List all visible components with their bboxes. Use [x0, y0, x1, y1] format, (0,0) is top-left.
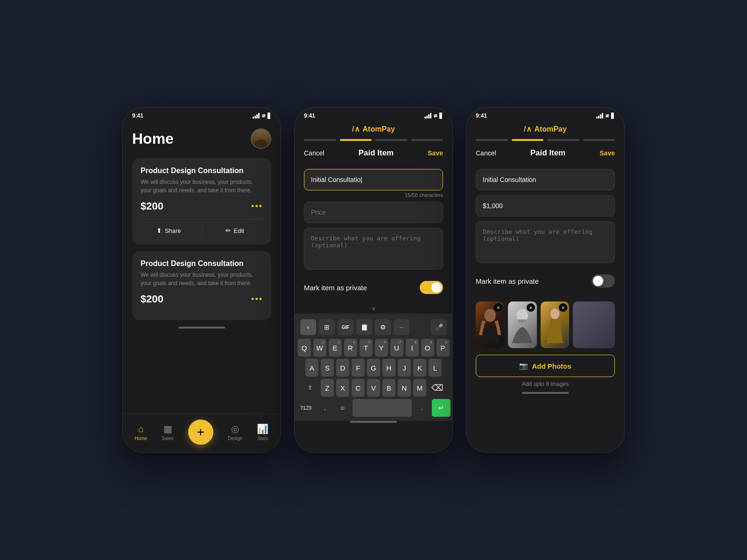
kb-delete[interactable]: ⌫ — [429, 379, 445, 397]
desc-input-2[interactable] — [304, 228, 443, 270]
kb-shift[interactable]: ⇧ — [302, 379, 318, 397]
nav-sales[interactable]: ▦ Sales — [162, 423, 174, 441]
card-title-1: Product Design Consultation — [141, 167, 263, 175]
kb-t[interactable]: T5 — [359, 339, 373, 357]
wifi-icon-3: ≇ — [605, 113, 609, 119]
item-name-input-3[interactable] — [476, 169, 615, 190]
nav-pill-3-1 — [476, 139, 508, 141]
cancel-button-2[interactable]: Cancel — [304, 149, 324, 157]
kb-r[interactable]: R4 — [344, 339, 357, 357]
kb-clipboard-btn[interactable]: 📋 — [356, 319, 372, 335]
kb-y[interactable]: Y6 — [375, 339, 388, 357]
kb-l[interactable]: L — [429, 359, 442, 377]
card-actions-1: ⬆ Share ✏ Edit — [141, 219, 263, 236]
card-price-2: $200 — [141, 293, 163, 305]
photo-close-2[interactable]: ✕ — [527, 303, 535, 312]
battery-icon-1: ▋ — [268, 113, 271, 119]
kb-o[interactable]: O9 — [421, 339, 434, 357]
avatar[interactable] — [251, 128, 271, 149]
private-toggle-2[interactable] — [420, 281, 443, 294]
private-toggle-3[interactable] — [592, 274, 615, 287]
save-button-2[interactable]: Save — [428, 149, 443, 157]
kb-d[interactable]: D — [336, 359, 349, 377]
price-input-3[interactable] — [476, 195, 615, 217]
kb-m[interactable]: M — [413, 379, 426, 397]
kb-f[interactable]: F — [352, 359, 365, 377]
kb-settings-btn[interactable]: ⚙ — [375, 319, 391, 335]
kb-h[interactable]: H — [382, 359, 395, 377]
kb-c[interactable]: C — [352, 379, 365, 397]
nav-design[interactable]: ◎ Design — [228, 423, 242, 441]
fab-add-button[interactable]: + — [188, 420, 213, 445]
kb-emoji[interactable]: ☺ — [335, 399, 351, 417]
kb-more-btn[interactable]: ··· — [394, 319, 409, 335]
edit-button-1[interactable]: ✏ Edit — [207, 225, 263, 236]
kb-u[interactable]: U7 — [390, 339, 403, 357]
svg-point-3 — [550, 308, 559, 319]
avatar-image — [252, 129, 270, 148]
nav-home[interactable]: ⌂ Home — [135, 424, 148, 441]
nav-sales-label: Sales — [162, 436, 174, 441]
photo-thumb-3: ✕ — [541, 301, 569, 348]
kb-v[interactable]: V — [367, 379, 380, 397]
home-title: Home — [132, 130, 174, 147]
edit-icon-1: ✏ — [226, 227, 231, 234]
nav-pill-3-2 — [512, 139, 544, 141]
desc-input-3[interactable] — [476, 221, 615, 263]
photo-thumb-1: ✕ — [476, 301, 504, 348]
nav-pills-2 — [295, 135, 452, 145]
kb-s[interactable]: S — [321, 359, 334, 377]
share-label-1: Share — [165, 227, 181, 234]
kb-back-btn[interactable]: ‹ — [300, 319, 316, 335]
product-card-1: Product Design Consultation We will disc… — [132, 158, 271, 245]
kb-g[interactable]: G — [367, 359, 380, 377]
cancel-button-3[interactable]: Cancel — [476, 149, 496, 157]
add-photos-button[interactable]: 📷 Add Photos — [476, 355, 615, 377]
photo-thumb-4 — [573, 301, 615, 348]
kb-numswitch[interactable]: ?123 — [296, 399, 315, 417]
photo-close-3[interactable]: ✕ — [559, 303, 567, 312]
kb-z[interactable]: Z — [321, 379, 334, 397]
status-time-1: 9:41 — [132, 112, 143, 119]
kb-q[interactable]: Q — [298, 339, 311, 357]
private-label-2: Mark item as private — [304, 284, 367, 292]
kb-e[interactable]: E3 — [329, 339, 342, 357]
share-button-1[interactable]: ⬆ Share — [141, 225, 197, 236]
kb-w[interactable]: W2 — [313, 339, 326, 357]
nav-stats[interactable]: 📊 Stats — [257, 423, 268, 441]
fab-icon: + — [197, 425, 204, 440]
kb-x[interactable]: X — [336, 379, 349, 397]
home-indicator-3 — [522, 392, 569, 394]
nav-pill-1 — [304, 139, 336, 141]
kb-n[interactable]: N — [398, 379, 411, 397]
item-name-input-2[interactable] — [304, 169, 443, 190]
kb-b[interactable]: B — [382, 379, 395, 397]
brand-name-2: AtomPay — [363, 125, 395, 133]
app-brand-3: /∧ AtomPay — [466, 121, 624, 135]
price-input-2[interactable] — [304, 202, 443, 223]
kb-space[interactable] — [352, 399, 412, 417]
photo-thumb-2: ✕ — [508, 301, 536, 348]
card-menu-1[interactable]: ••• — [251, 202, 263, 211]
kb-k[interactable]: K — [413, 359, 426, 377]
home-icon: ⌂ — [138, 424, 144, 434]
kb-period[interactable]: . — [414, 399, 430, 417]
kb-gif-btn[interactable]: GIF — [338, 319, 353, 335]
kb-enter[interactable]: ↵ — [432, 399, 451, 417]
kb-grid-btn[interactable]: ⊞ — [319, 319, 335, 335]
kb-comma[interactable]: , — [317, 399, 333, 417]
save-button-3[interactable]: Save — [599, 149, 615, 157]
camera-icon: 📷 — [519, 362, 528, 370]
card-menu-2[interactable]: ••• — [251, 294, 263, 304]
paid-item-header-2: Cancel Paid Item Save — [295, 145, 452, 164]
status-time-2: 9:41 — [304, 112, 315, 119]
svg-rect-2 — [518, 320, 527, 323]
kb-p[interactable]: P0 — [437, 339, 450, 357]
nav-pill-4 — [411, 139, 444, 141]
status-bar-3: 9:41 ≇ ▋ — [466, 108, 624, 121]
share-icon-1: ⬆ — [156, 227, 162, 234]
kb-j[interactable]: J — [398, 359, 411, 377]
kb-a[interactable]: A — [305, 359, 318, 377]
kb-mic-btn[interactable]: 🎤 — [431, 319, 447, 335]
kb-i[interactable]: I8 — [406, 339, 419, 357]
